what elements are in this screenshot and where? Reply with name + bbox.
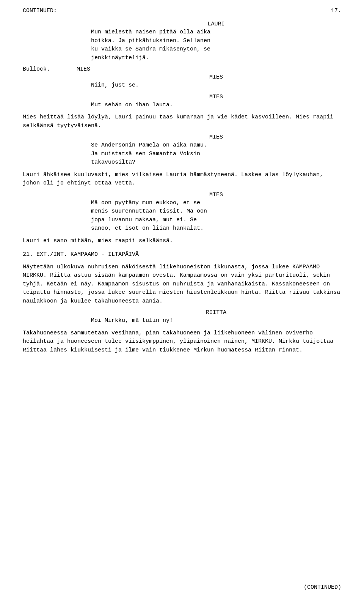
character-name: MIES xyxy=(91,94,341,100)
dialogue-block: Se Andersonin Pamela on aika namu.Ja mui… xyxy=(91,141,273,167)
character-name: MIES xyxy=(91,192,341,198)
action-block: Lauri ähkäisee kuuluvasti, mies vilkaise… xyxy=(23,171,341,188)
page-footer-continued: (CONTINUED) xyxy=(304,584,341,591)
dialogue-block: Mä oon pyytäny mun eukkoo, et semenis su… xyxy=(91,199,273,233)
page-number: 17. xyxy=(331,8,341,14)
page-header: CONTINUED: 17. xyxy=(23,8,341,14)
dialogue-block: Moi Mirkku, mä tulin ny! xyxy=(91,317,273,325)
dialogue-block: Mut sehän on ihan lauta. xyxy=(91,101,273,110)
character-name-inline: MIES xyxy=(77,66,90,72)
action-block: Lauri ei sano mitään, mies raapii selkää… xyxy=(23,237,341,246)
character-name: MIES xyxy=(91,74,341,80)
action-block: Mies heittää lisää löylyä, Lauri painuu … xyxy=(23,113,341,130)
action-block: Takahuoneessa sammutetaan vesihana, pian… xyxy=(23,329,341,355)
continued-header: CONTINUED: xyxy=(23,8,57,14)
screenplay-page: CONTINUED: 17. LAURI Mun mielestä naisen… xyxy=(0,0,364,602)
character-name: MIES xyxy=(91,134,341,140)
action-block: Näytetään ulkokuva nuhruisen näköisestä … xyxy=(23,263,341,306)
aside-text: Bullock. xyxy=(23,66,50,72)
character-name: RIITTA xyxy=(91,309,341,316)
character-name: LAURI xyxy=(91,21,341,27)
dialogue-block: Mun mielestä naisen pitää olla aikahoikk… xyxy=(91,28,273,62)
character-block-with-aside: Bullock. MIES xyxy=(23,66,341,72)
scene-heading: 21. EXT./INT. KAMPAAMO - ILTAPÄIVÄ xyxy=(23,251,341,259)
dialogue-block: Niin, just se. xyxy=(91,81,273,90)
